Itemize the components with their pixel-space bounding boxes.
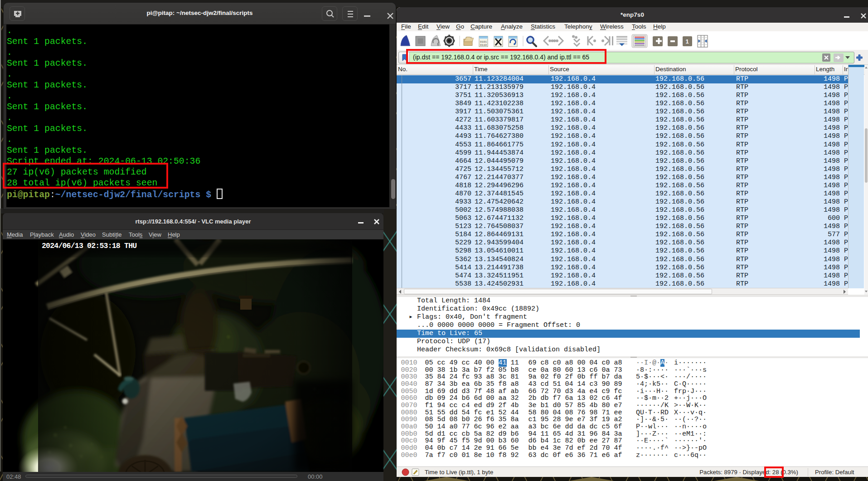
svg-text:0110: 0110	[480, 44, 487, 47]
svg-text:2024/06/13 02:53:18 THU: 2024/06/13 02:53:18 THU	[42, 242, 136, 250]
svg-text:1: 1	[686, 38, 689, 45]
